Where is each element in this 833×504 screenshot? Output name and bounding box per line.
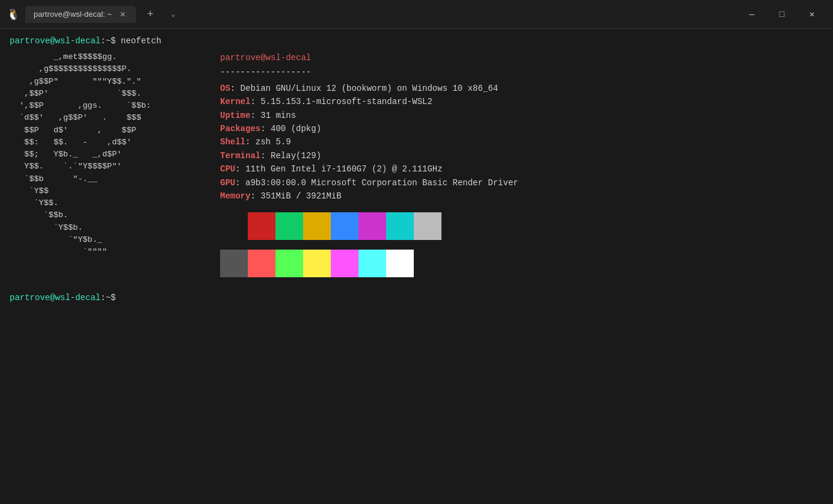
kernel-key: Kernel [220,95,250,108]
terminal-tab[interactable]: partrove@wsl-decal: ~ ✕ [25,6,136,23]
packages-value: : 400 (dpkg) [260,122,321,135]
close-button[interactable]: ✕ [798,0,826,29]
shell-value: : zsh 5.9 [245,135,291,149]
shell-key: Shell [220,135,245,149]
terminal-value: : Relay(129) [260,149,321,162]
swatch-4 [303,212,331,240]
swatch-6 [358,212,386,240]
prompt-line-2: partrove@wsl-decal:~$ [10,292,823,304]
minimize-button[interactable]: — [738,0,766,29]
terminal-key: Terminal [220,149,260,162]
os-value: : Debian GNU/Linux 12 (bookworm) on Wind… [230,82,498,95]
swatch-13 [331,250,358,277]
packages-key: Packages [220,122,260,135]
cpu-value: : 11th Gen Intel i7-1160G7 (2) @ 2.111GH… [235,162,442,176]
gpu-line: GPU: a9b3:00:00.0 Microsoft Corporation … [220,176,518,189]
prompt-symbol-1: :~$ [100,36,115,46]
separator-line: ------------------ [220,66,518,79]
memory-value: : 351MiB / 3921MiB [250,189,341,203]
titlebar: 🐧 partrove@wsl-decal: ~ ✕ + ⌄ — □ ✕ [0,0,833,29]
titlebar-controls: — □ ✕ [738,0,826,29]
tab-dropdown-button[interactable]: ⌄ [165,6,182,23]
swatch-12 [303,250,331,277]
cpu-key: CPU [220,162,235,176]
swatch-1 [220,212,248,240]
command-text: neofetch [115,36,161,46]
swatch-2 [248,212,275,240]
os-key: OS [220,82,230,95]
uptime-line: Uptime: 31 mins [220,109,518,122]
ascii-art: _,met$$$$$gg. ,g$$$$$$$$$$$$$$$P. ,g$$P"… [10,51,214,280]
swatch-9 [220,250,248,277]
prompt-user-1: partrove@wsl-decal [10,36,100,46]
info-panel: partrove@wsl-decal ------------------ OS… [214,51,518,280]
cpu-line: CPU: 11th Gen Intel i7-1160G7 (2) @ 2.11… [220,162,518,176]
swatch-5 [331,212,358,240]
terminal-line: Terminal: Relay(129) [220,149,518,162]
color-swatches [220,212,518,240]
swatch-11 [275,250,303,277]
shell-line: Shell: zsh 5.9 [220,135,518,149]
tab-close-button[interactable]: ✕ [118,10,128,19]
neofetch-output: _,met$$$$$gg. ,g$$$$$$$$$$$$$$$P. ,g$$P"… [10,51,823,280]
swatch-15 [358,250,386,277]
color-swatches-bright [220,250,518,277]
kernel-line: Kernel: 5.15.153.1-microsoft-standard-WS… [220,95,518,108]
swatch-3 [275,212,303,240]
prompt-user-2: partrove@wsl-decal [10,293,100,303]
swatch-10 [248,250,275,277]
prompt-line-1: partrove@wsl-decal:~$ neofetch [10,35,823,48]
tab-label: partrove@wsl-decal: ~ [34,10,112,19]
kernel-value: : 5.15.153.1-microsoft-standard-WSL2 [250,95,432,108]
gpu-key: GPU [220,176,235,189]
titlebar-left: 🐧 partrove@wsl-decal: ~ ✕ + ⌄ [7,6,738,23]
linux-icon: 🐧 [7,8,19,20]
prompt-symbol-2: :~$ [100,293,115,303]
maximize-button[interactable]: □ [768,0,796,29]
gpu-value: : a9b3:00:00.0 Microsoft Corporation Bas… [235,176,518,189]
username-line: partrove@wsl-decal [220,51,518,64]
uptime-value: : 31 mins [250,109,296,122]
memory-key: Memory [220,189,250,203]
uptime-key: Uptime [220,109,250,122]
username-text: partrove@wsl-decal [220,53,311,63]
packages-line: Packages: 400 (dpkg) [220,122,518,135]
swatch-7 [386,212,414,240]
memory-line: Memory: 351MiB / 3921MiB [220,189,518,203]
new-tab-button[interactable]: + [142,6,159,23]
swatch-8 [414,212,441,240]
swatch-16 [386,250,414,277]
os-line: OS: Debian GNU/Linux 12 (bookworm) on Wi… [220,82,518,95]
terminal-body[interactable]: partrove@wsl-decal:~$ neofetch _,met$$$$… [0,29,833,504]
